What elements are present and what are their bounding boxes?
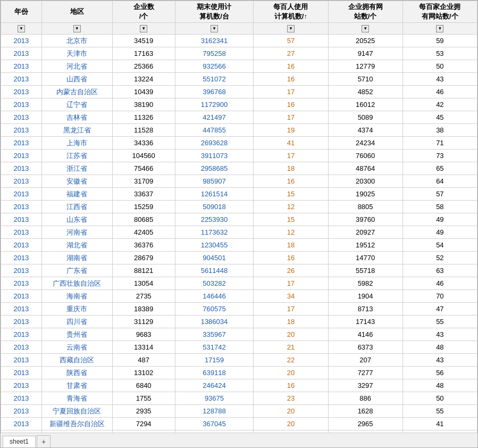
cell: 56 [402,367,477,379]
cell: 2013 [1,47,42,60]
cell: 7294 [112,418,175,430]
cell: 3162341 [175,35,254,47]
add-sheet-button[interactable]: + [37,435,51,447]
cell: 38 [402,124,477,137]
cell: 15 [254,188,328,201]
cell: 江西省 [41,201,112,213]
cell: 34519 [112,35,175,47]
filter-region[interactable]: ▼ [41,23,112,35]
cell: 23 [254,392,328,405]
cell: 22 [254,354,328,367]
cell: 内蒙古自治区 [41,86,112,98]
cell: 18 [254,239,328,252]
cell: 20 [254,367,328,379]
cell: 2013 [1,213,42,226]
cell: 13314 [112,341,175,354]
cell: 20525 [328,35,402,47]
cell: 2013 [1,111,42,124]
cell: 531742 [175,341,254,354]
table-row: 2013湖南省28679904501161477052 [1,252,477,264]
filter-icon-region[interactable]: ▼ [73,25,81,32]
cell: 639118 [175,367,254,379]
table-row: 2013辽宁省381901172900161601242 [1,98,477,111]
cell: 1628 [328,405,402,418]
filter-icon-website[interactable]: ▼ [362,25,369,32]
filter-year[interactable]: ▼ [1,23,42,35]
cell: 33637 [112,188,175,201]
cell: 58 [402,201,477,213]
cell: 932566 [175,60,254,73]
cell: 陕西省 [41,367,112,379]
header-row: 年份 地区 企业数/个 期末使用计算机数/台 每百人使用计算机数/↑ [1,1,477,23]
cell: 1173632 [175,226,254,239]
cell: 53 [402,47,477,60]
col-header-website: 企业拥有网站数/个 [328,1,402,23]
cell: 49 [402,213,477,226]
cell: 73 [402,150,477,162]
cell: 11326 [112,111,175,124]
cell: 浙江省 [41,162,112,175]
cell: 16012 [328,98,402,111]
sheet-tab-sheet1[interactable]: sheet1 [3,436,36,447]
cell: 71 [402,137,477,150]
filter-icon-per100ent[interactable]: ▼ [436,25,443,32]
cell: 2013 [1,290,42,303]
cell: 2013 [1,405,42,418]
filter-per100ent[interactable]: ▼ [402,23,477,35]
cell: 55 [402,316,477,328]
cell: 43 [402,328,477,341]
filter-icon-year[interactable]: ▼ [18,25,25,32]
cell: 2965 [328,418,402,430]
filter-icon-enterprise[interactable]: ▼ [140,25,147,32]
cell: 10439 [112,86,175,98]
cell: 46 [402,277,477,290]
filter-computer[interactable]: ▼ [175,23,254,35]
filter-enterprise[interactable]: ▼ [112,23,175,35]
filter-row: ▼ ▼ ▼ ▼ [1,23,477,35]
cell: 上海市 [41,137,112,150]
cell: 6840 [112,379,175,392]
cell: 55718 [328,264,402,277]
cell: 17143 [328,316,402,328]
cell: 50 [402,60,477,73]
cell: 6373 [328,341,402,354]
table-row: 2013北京市345193162341572052559 [1,35,477,47]
cell: 5982 [328,277,402,290]
table-row: 2013福建省336371261514151902557 [1,188,477,201]
cell: 34 [254,290,328,303]
table-area: 年份 地区 企业数/个 期末使用计算机数/台 每百人使用计算机数/↑ [1,1,477,433]
cell: 27 [254,47,328,60]
cell: 2958685 [175,162,254,175]
cell: 24234 [328,137,402,150]
cell: 2013 [1,316,42,328]
cell: 2013 [1,98,42,111]
cell: 1172900 [175,98,254,111]
cell: 16 [254,252,328,264]
cell: 45 [402,111,477,124]
cell: 21 [254,341,328,354]
cell: 985907 [175,175,254,188]
cell: 128788 [175,405,254,418]
cell: 46 [402,86,477,98]
cell: 广东省 [41,264,112,277]
cell: 2013 [1,226,42,239]
cell: 54 [402,239,477,252]
col-header-enterprise: 企业数/个 [112,1,175,23]
table-row: 2013云南省1331453174221637348 [1,341,477,354]
table-row: 2013广东省881215611448265571863 [1,264,477,277]
cell: 宁夏回族自治区 [41,405,112,418]
filter-icon-per100[interactable]: ▼ [287,25,295,32]
filter-icon-computer[interactable]: ▼ [211,25,218,32]
cell: 2013 [1,341,42,354]
col-header-region: 地区 [41,1,112,23]
filter-website[interactable]: ▼ [328,23,402,35]
cell: 2935 [112,405,175,418]
cell: 65 [402,162,477,175]
cell: 黑龙江省 [41,124,112,137]
cell: 辽宁省 [41,98,112,111]
cell: 18389 [112,303,175,316]
cell: 13102 [112,367,175,379]
cell: 20 [254,328,328,341]
cell: 4146 [328,328,402,341]
filter-per100[interactable]: ▼ [254,23,328,35]
